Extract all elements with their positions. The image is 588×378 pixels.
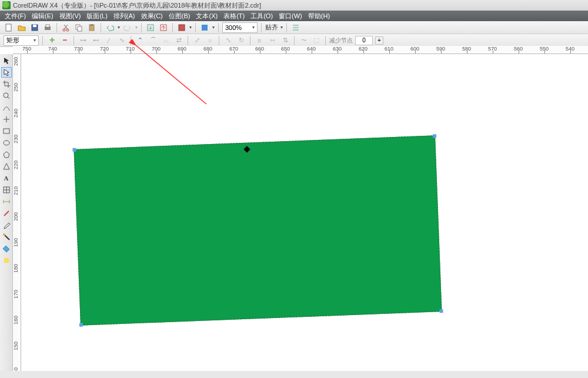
- interactive-tool-icon[interactable]: [1, 208, 12, 219]
- menu-bar: 文件(F) 编辑(E) 视图(V) 版面(L) 排列(A) 效果(C) 位图(B…: [0, 11, 588, 21]
- copy-icon[interactable]: [74, 22, 84, 33]
- node-break-icon[interactable]: ⊷: [91, 35, 101, 46]
- svg-rect-19: [4, 234, 5, 236]
- svg-rect-14: [202, 25, 208, 31]
- undo-dropdown-icon[interactable]: ▾: [118, 25, 120, 30]
- node-add-icon[interactable]: ✚: [46, 35, 57, 46]
- green-rectangle-shape[interactable]: [74, 135, 442, 325]
- ruler-tick: 180: [13, 264, 19, 273]
- interactive-fill-icon[interactable]: [1, 255, 12, 266]
- polygon-tool-icon[interactable]: [1, 149, 12, 160]
- elastic-icon[interactable]: ⤳: [298, 35, 309, 46]
- canvas[interactable]: [21, 54, 588, 371]
- redo-dropdown-icon[interactable]: ▾: [135, 25, 138, 30]
- menu-bitmap[interactable]: 位图(B): [169, 12, 191, 21]
- dimension-tool-icon[interactable]: [1, 196, 12, 207]
- undo-icon[interactable]: [105, 22, 115, 33]
- menu-table[interactable]: 表格(T): [223, 12, 245, 21]
- ruler-horizontal: 7507407307207107006906806706606506406306…: [16, 46, 588, 54]
- node-count[interactable]: 0: [355, 36, 373, 45]
- export-icon[interactable]: [158, 22, 169, 33]
- reflect-h-icon[interactable]: ⇿: [267, 35, 278, 46]
- shape-select[interactable]: 矩形 ▾: [4, 35, 39, 46]
- ruler-vertical: 260250240230220210200190180170160150140: [13, 54, 21, 378]
- node-handle[interactable]: [439, 309, 443, 313]
- svg-point-15: [4, 93, 8, 98]
- node-spin-icon[interactable]: +: [375, 36, 383, 45]
- eyedropper-tool-icon[interactable]: [1, 220, 12, 230]
- menu-help[interactable]: 帮助(H): [308, 12, 330, 21]
- ruler-tick: 240: [13, 109, 19, 118]
- zoom-tool-icon[interactable]: [1, 91, 12, 101]
- menu-text[interactable]: 文本(X): [196, 12, 218, 21]
- menu-file[interactable]: 文件(F): [5, 12, 26, 21]
- to-line-icon[interactable]: ∕: [103, 35, 114, 46]
- basic-shapes-icon[interactable]: [1, 161, 12, 172]
- svg-line-21: [136, 45, 206, 104]
- to-curve-icon[interactable]: ∿: [116, 35, 127, 46]
- window-title: CorelDRAW X4（专业版）- [\\Pc-01\f\客户\京师幼儿园\2…: [13, 1, 261, 10]
- rotate-icon[interactable]: ↻: [236, 35, 246, 46]
- menu-arrange[interactable]: 排列(A): [113, 12, 135, 21]
- zoom-dropdown-icon[interactable]: ▾: [252, 23, 255, 32]
- ruler-tick: 150: [13, 342, 19, 350]
- outline-tool-icon[interactable]: [1, 232, 12, 242]
- zoom-level[interactable]: 300% ▾: [222, 22, 258, 33]
- text-tool-icon[interactable]: A: [1, 173, 12, 183]
- menu-edit[interactable]: 编辑(E): [32, 12, 54, 21]
- pick-tool-icon[interactable]: [1, 55, 12, 66]
- ruler-tick: 230: [13, 135, 19, 143]
- launch-dropdown-icon[interactable]: ▾: [189, 25, 192, 30]
- shape-dropdown-icon[interactable]: ▾: [34, 38, 36, 43]
- node-handle[interactable]: [79, 323, 83, 327]
- cusp-icon[interactable]: ⌃: [135, 35, 145, 46]
- reverse-icon[interactable]: ⇄: [173, 35, 184, 46]
- ruler-tick: 260: [13, 57, 19, 66]
- node-join-icon[interactable]: ⊶: [78, 35, 88, 46]
- ruler-tick: 160: [13, 316, 19, 325]
- app-icon: [2, 1, 11, 9]
- menu-window[interactable]: 窗口(W): [279, 12, 302, 21]
- paste-icon[interactable]: [86, 22, 97, 33]
- select-all-icon[interactable]: ⬚: [311, 35, 322, 46]
- launch-icon[interactable]: [176, 22, 187, 33]
- crop-tool-icon[interactable]: [1, 79, 12, 89]
- welcome-icon[interactable]: [199, 22, 210, 33]
- freehand-tool-icon[interactable]: [1, 102, 12, 113]
- save-icon[interactable]: [29, 22, 40, 33]
- menu-effects[interactable]: 效果(C): [141, 12, 163, 21]
- extract-icon[interactable]: ⤢: [192, 35, 202, 46]
- node-handle[interactable]: [72, 148, 76, 152]
- import-icon[interactable]: [145, 22, 156, 33]
- table-tool-icon[interactable]: [1, 185, 12, 195]
- menu-layout[interactable]: 版面(L): [86, 12, 107, 21]
- fill-tool-icon[interactable]: [1, 243, 12, 254]
- reflect-v-icon[interactable]: ⇅: [280, 35, 290, 46]
- new-icon[interactable]: [4, 22, 14, 33]
- cut-icon[interactable]: [61, 22, 71, 33]
- print-icon[interactable]: [42, 22, 53, 33]
- snap-label[interactable]: 贴齐: [265, 23, 278, 32]
- node-delete-icon[interactable]: ━: [59, 35, 70, 46]
- smooth-icon[interactable]: ⌒: [148, 35, 158, 46]
- ellipse-tool-icon[interactable]: [1, 138, 12, 148]
- smart-tool-icon[interactable]: [1, 114, 12, 125]
- menu-tools[interactable]: 工具(O): [250, 12, 273, 21]
- svg-rect-16: [4, 129, 9, 133]
- menu-view[interactable]: 视图(V): [59, 12, 81, 21]
- stretch-icon[interactable]: ⤡: [223, 35, 233, 46]
- rectangle-tool-icon[interactable]: [1, 126, 12, 136]
- align-icon[interactable]: ≡: [254, 35, 265, 46]
- options-icon[interactable]: [290, 22, 301, 33]
- svg-rect-4: [46, 25, 49, 27]
- welcome-dropdown-icon[interactable]: ▾: [212, 25, 215, 30]
- svg-rect-8: [78, 26, 82, 31]
- close-curve-icon[interactable]: ○: [205, 35, 215, 46]
- node-handle[interactable]: [433, 134, 436, 138]
- ruler-tick: 170: [13, 290, 19, 299]
- redo-icon[interactable]: [122, 22, 133, 33]
- shape-tool-icon[interactable]: [1, 67, 12, 78]
- open-icon[interactable]: [16, 22, 27, 33]
- symmetric-icon[interactable]: ⌓: [161, 35, 171, 46]
- snap-dropdown-icon[interactable]: ▾: [280, 25, 283, 30]
